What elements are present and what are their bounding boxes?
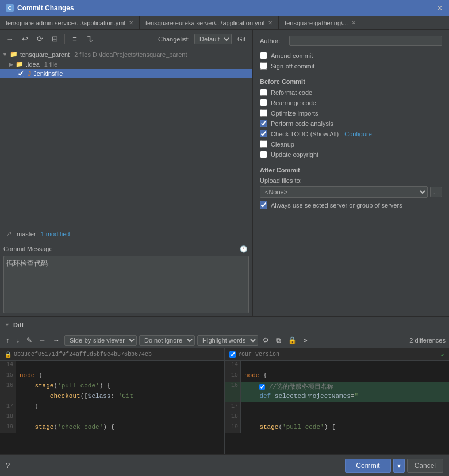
tab-item-2[interactable]: tensquare gathering\... ✕: [279, 16, 362, 29]
diff-right-checkbox[interactable]: [229, 351, 236, 358]
diff-left-panel: 🔒 0b33ccf05171df9f24aff3d5bf9c4b876bb674…: [0, 348, 224, 454]
sort-icon[interactable]: ⇅: [83, 33, 96, 45]
reformat-checkbox[interactable]: [260, 89, 267, 96]
undo-icon[interactable]: ↩: [18, 33, 31, 45]
tab-item-1[interactable]: tensquare eureka server\...\application.…: [140, 16, 279, 29]
root-name: tensquare_parent: [20, 51, 70, 58]
changelist-select[interactable]: Default: [194, 34, 232, 44]
update-copyright-row: Update copyright: [260, 151, 442, 158]
rearrange-label: Rearrange code: [271, 99, 316, 106]
commit-dropdown-button[interactable]: ▾: [393, 459, 405, 473]
sign-off-checkbox[interactable]: [260, 62, 267, 70]
reformat-label: Reformat code: [271, 89, 312, 96]
diff-left-line-15: 15 node {: [0, 371, 224, 382]
idea-name: .idea: [26, 61, 40, 68]
arrow-icon[interactable]: →: [3, 33, 16, 45]
diff-left-line-17: 17 }: [0, 402, 224, 413]
upload-select[interactable]: <None>: [260, 186, 428, 198]
always-use-row: Always use selected server or group of s…: [260, 201, 442, 209]
diff-right-label: Your version: [238, 351, 279, 358]
tab-bar: tensquare admin service\...\application.…: [0, 16, 449, 30]
upload-select-row: <None> ...: [260, 186, 442, 198]
viewer-select[interactable]: Side-by-side viewer: [64, 335, 137, 346]
commit-icon: C: [6, 4, 14, 12]
dialog-close-button[interactable]: ✕: [436, 4, 443, 12]
configure-link[interactable]: Configure: [344, 130, 372, 137]
cleanup-row: Cleanup: [260, 140, 442, 148]
commit-button[interactable]: Commit: [345, 459, 390, 473]
cancel-button[interactable]: Cancel: [407, 459, 443, 473]
always-use-checkbox[interactable]: [260, 201, 267, 209]
git-tab-button[interactable]: Git: [234, 34, 249, 44]
jenkinsfile-checkbox[interactable]: [17, 70, 24, 77]
bottom-bar: ? Commit ▾ Cancel: [0, 454, 449, 476]
optimize-label: Optimize imports: [271, 110, 318, 117]
optimize-checkbox[interactable]: [260, 109, 267, 117]
check-todo-checkbox[interactable]: [260, 130, 267, 137]
help-button[interactable]: ?: [6, 461, 10, 470]
diff-header: ▼ Diff: [0, 316, 449, 332]
diff-forward-button[interactable]: →: [51, 335, 62, 346]
diff-left-line-19: 19 stage('check code') {: [0, 423, 224, 433]
grid-icon[interactable]: ⊞: [48, 33, 61, 45]
diff-next-button[interactable]: ↓: [14, 335, 22, 346]
diff-columns-icon[interactable]: ⧉: [274, 335, 283, 346]
toolbar-separator: [64, 34, 65, 44]
diff-label: Diff: [13, 321, 24, 328]
idea-folder[interactable]: ▶ 📁 .idea 1 file: [0, 59, 252, 69]
tab-close-0[interactable]: ✕: [129, 20, 133, 26]
diff-right-line-14: 14: [225, 361, 449, 371]
tab-close-1[interactable]: ✕: [268, 20, 273, 26]
file-tree: ▼ 📁 tensquare_parent 2 files D:\IdeaProj…: [0, 48, 252, 227]
amend-commit-checkbox[interactable]: [260, 52, 267, 59]
refresh-icon[interactable]: ⟳: [33, 33, 46, 45]
diff-right-line-16b: def selectedProjectNames=": [225, 392, 449, 402]
tree-root[interactable]: ▼ 📁 tensquare_parent 2 files D:\IdeaProj…: [0, 49, 252, 59]
code-analysis-label: Perform code analysis: [271, 120, 333, 127]
sign-off-row: Sign-off commit: [260, 62, 442, 70]
history-icon[interactable]: 🕐: [239, 244, 249, 254]
diff-line-checkbox-16[interactable]: [259, 384, 265, 390]
check-todo-row: Check TODO (Show All) Configure: [260, 130, 442, 137]
tab-item-0[interactable]: tensquare admin service\...\application.…: [0, 16, 140, 29]
diff-right-line-15: 15 node {: [225, 371, 449, 382]
commit-msg-header: Commit Message 🕐: [3, 244, 249, 254]
diff-left-line-checkout: checkout([$class: 'Git: [0, 392, 224, 402]
code-analysis-checkbox[interactable]: [260, 120, 267, 127]
update-copyright-checkbox[interactable]: [260, 151, 267, 158]
amend-commit-label: Amend commit: [271, 52, 313, 59]
diff-collapse-button[interactable]: ▼: [5, 322, 10, 328]
ignore-select[interactable]: Do not ignore: [139, 335, 195, 346]
diff-left-hash: 0b33ccf05171df9f24aff3d5bf9c4b876bb674eb: [14, 351, 152, 358]
tab-close-2[interactable]: ✕: [351, 20, 356, 26]
cleanup-checkbox[interactable]: [260, 140, 267, 148]
diff-more-icon[interactable]: »: [301, 335, 310, 346]
diff-back-button[interactable]: ←: [37, 335, 48, 346]
jenkinsfile-item[interactable]: J Jenkinsfile: [0, 69, 252, 78]
always-use-label: Always use selected server or group of s…: [271, 202, 402, 209]
author-input[interactable]: [289, 36, 442, 46]
commit-dialog: C Commit Changes ✕ tensquare admin servi…: [0, 0, 449, 476]
modified-link[interactable]: 1 modified: [41, 231, 70, 237]
update-copyright-label: Update copyright: [271, 151, 318, 158]
diff-lock-icon[interactable]: 🔒: [286, 335, 299, 346]
commit-message-input[interactable]: 循环检查代码: [3, 256, 249, 313]
reformat-row: Reformat code: [260, 89, 442, 96]
diff-right-file-bar: Your version ✔: [225, 348, 449, 361]
diff-edit-button[interactable]: ✎: [24, 335, 34, 346]
list-icon[interactable]: ≡: [68, 33, 81, 45]
diff-settings-icon[interactable]: ⚙: [260, 335, 271, 346]
author-row: Author:: [260, 36, 442, 46]
expand-arrow: ▼: [2, 52, 7, 57]
highlight-select[interactable]: Highlight words: [197, 335, 258, 346]
main-content: → ↩ ⟳ ⊞ ≡ ⇅ Changelist: Default Git ▼ 📁: [0, 30, 449, 316]
upload-files-label: Upload files to:: [260, 177, 442, 184]
amend-commit-row: Amend commit: [260, 52, 442, 59]
idea-expand-arrow: ▶: [9, 62, 13, 67]
status-bar: ⎇ master 1 modified: [0, 227, 252, 241]
diff-prev-button[interactable]: ↑: [3, 335, 11, 346]
rearrange-checkbox[interactable]: [260, 99, 267, 106]
upload-ellipsis-button[interactable]: ...: [430, 187, 442, 197]
diff-right-line-16a: 16 //选的微服务项目名称: [225, 382, 449, 392]
sign-off-label: Sign-off commit: [271, 63, 314, 70]
